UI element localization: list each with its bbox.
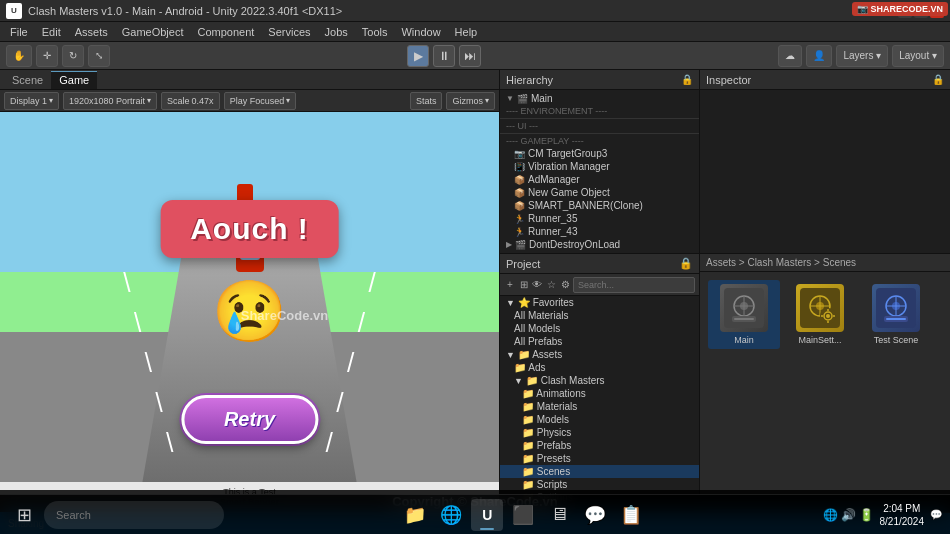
- hierarchy-item-runner43[interactable]: 🏃Runner_43: [500, 225, 699, 238]
- layout-btn[interactable]: Layout ▾: [892, 45, 944, 67]
- hierarchy-item-runner35[interactable]: 🏃Runner_35: [500, 212, 699, 225]
- hierarchy-content: ▼ 🎬 Main ---- ENVIRONEMENT ---- --- UI -…: [500, 90, 699, 253]
- stats-btn[interactable]: Stats: [410, 92, 443, 110]
- project-toolbar: + ⊞ 👁 ☆ ⚙: [500, 274, 699, 296]
- tree-physics[interactable]: 📁 Physics: [500, 426, 699, 439]
- taskbar-app-chat[interactable]: 💬: [579, 499, 611, 531]
- tree-assets[interactable]: ▼📁 Assets: [500, 348, 699, 361]
- menu-component[interactable]: Component: [191, 23, 260, 41]
- taskbar-app-explorer[interactable]: 📁: [399, 499, 431, 531]
- svg-point-14: [826, 314, 830, 318]
- move-btn[interactable]: ✛: [36, 45, 58, 67]
- scale-control[interactable]: Scale 0.47x: [161, 92, 220, 110]
- tree-all-materials[interactable]: All Materials: [500, 309, 699, 322]
- pause-button[interactable]: ⏸: [433, 45, 455, 67]
- menu-file[interactable]: File: [4, 23, 34, 41]
- taskbar-search-input[interactable]: [44, 501, 224, 529]
- project-title: Project: [506, 258, 540, 270]
- scene-tab[interactable]: Scene: [4, 71, 51, 89]
- project-gear-btn[interactable]: ⚙: [559, 277, 571, 293]
- hierarchy-item-banner[interactable]: 📦SMART_BANNER(Clone): [500, 199, 699, 212]
- tree-favorites[interactable]: ▼⭐ Favorites: [500, 296, 699, 309]
- scene-btn[interactable]: ✋: [6, 45, 32, 67]
- hierarchy-item-ad[interactable]: 📦AdManager: [500, 173, 699, 186]
- step-button[interactable]: ⏭: [459, 45, 481, 67]
- menu-help[interactable]: Help: [449, 23, 484, 41]
- hierarchy-item-newobj[interactable]: 📦New Game Object: [500, 186, 699, 199]
- account-btn[interactable]: 👤: [806, 45, 832, 67]
- title-left: U Clash Masters v1.0 - Main - Android - …: [6, 3, 342, 19]
- tree-animations[interactable]: 📁 Animations: [500, 387, 699, 400]
- tree-all-prefabs[interactable]: All Prefabs: [500, 335, 699, 348]
- collab-btn[interactable]: ☁: [778, 45, 802, 67]
- rotate-icon: ↻: [69, 50, 77, 61]
- aouch-text: Aouch !: [190, 212, 309, 245]
- asset-test-scene[interactable]: Test Scene: [860, 280, 932, 349]
- project-add-btn[interactable]: +: [504, 277, 516, 293]
- menu-services[interactable]: Services: [262, 23, 316, 41]
- hierarchy-item-dontdestroy[interactable]: ▶ 🎬 DontDestroyOnLoad: [500, 238, 699, 251]
- menu-assets[interactable]: Assets: [69, 23, 114, 41]
- inspector-content: [700, 90, 950, 253]
- hierarchy-lock[interactable]: 🔒: [681, 74, 693, 85]
- tree-scenes[interactable]: 📁 Scenes: [500, 465, 699, 478]
- tree-models[interactable]: 📁 Models: [500, 413, 699, 426]
- taskbar-app-browser[interactable]: 🌐: [435, 499, 467, 531]
- menu-bar: File Edit Assets GameObject Component Se…: [0, 22, 950, 42]
- main-scene-icon: [720, 284, 768, 332]
- project-lock[interactable]: 🔒: [679, 257, 693, 270]
- menu-tools[interactable]: Tools: [356, 23, 394, 41]
- resolution-selector[interactable]: 1920x1080 Portrait▾: [63, 92, 157, 110]
- asset-main-settings[interactable]: MainSett...: [784, 280, 856, 349]
- taskbar-app-vscode[interactable]: ⬛: [507, 499, 539, 531]
- tree-all-models[interactable]: All Models: [500, 322, 699, 335]
- play-focused-btn[interactable]: Play Focused▾: [224, 92, 297, 110]
- toolbar-right: ☁ 👤 Layers ▾ Layout ▾: [778, 45, 944, 67]
- inspector-lock[interactable]: 🔒: [932, 74, 944, 85]
- tree-ads[interactable]: 📁 Ads: [500, 361, 699, 374]
- play-button[interactable]: ▶: [407, 45, 429, 67]
- display-selector[interactable]: Display 1▾: [4, 92, 59, 110]
- menu-edit[interactable]: Edit: [36, 23, 67, 41]
- taskbar[interactable]: ⊞ 📁 🌐 U ⬛ 🖥 💬 📋 🌐 🔊 🔋 2:04 PM 8/21/2024 …: [0, 494, 950, 534]
- retry-button[interactable]: Retry: [181, 395, 318, 444]
- tree-prefabs[interactable]: 📁 Prefabs: [500, 439, 699, 452]
- project-header: Project 🔒: [500, 254, 699, 274]
- rotate-btn[interactable]: ↻: [62, 45, 84, 67]
- tree-clash-masters[interactable]: ▼📁 Clash Masters: [500, 374, 699, 387]
- left-panel: Scene Game Display 1▾ 1920x1080 Portrait…: [0, 70, 500, 512]
- menu-gameobject[interactable]: GameObject: [116, 23, 190, 41]
- main-area: Scene Game Display 1▾ 1920x1080 Portrait…: [0, 70, 950, 512]
- scale-btn[interactable]: ⤡: [88, 45, 110, 67]
- hierarchy-item-main[interactable]: ▼ 🎬 Main: [500, 92, 699, 105]
- menu-window[interactable]: Window: [395, 23, 446, 41]
- game-tab[interactable]: Game: [51, 71, 97, 89]
- assets-grid-panel: Assets > Clash Masters > Scenes: [700, 254, 950, 513]
- project-search-input[interactable]: [573, 277, 695, 293]
- hierarchy-item-cm[interactable]: 📷CM TargetGroup3: [500, 147, 699, 160]
- hierarchy-label: Main: [531, 93, 553, 104]
- aouch-banner: Aouch !: [160, 200, 339, 258]
- tree-materials[interactable]: 📁 Materials: [500, 400, 699, 413]
- taskbar-system-tray: 🌐 🔊 🔋 2:04 PM 8/21/2024 💬: [823, 502, 943, 528]
- sharecode-logo-text: 📷 SHARECODE.VN: [857, 4, 943, 14]
- notification-icon[interactable]: 💬: [930, 509, 942, 520]
- hierarchy-section-ui: --- UI ---: [500, 120, 699, 132]
- project-eye-btn[interactable]: 👁: [532, 277, 544, 293]
- hierarchy-item-vibration[interactable]: 📳Vibration Manager: [500, 160, 699, 173]
- project-star-btn[interactable]: ☆: [545, 277, 557, 293]
- taskbar-start-btn[interactable]: ⊞: [8, 499, 40, 531]
- asset-main-scene[interactable]: Main: [708, 280, 780, 349]
- scale-icon: ⤡: [95, 50, 103, 61]
- retry-text: Retry: [224, 408, 275, 430]
- taskbar-app-cmd[interactable]: 🖥: [543, 499, 575, 531]
- gizmos-btn[interactable]: Gizmos▾: [446, 92, 495, 110]
- inspector-title: Inspector: [706, 74, 751, 86]
- project-sort-btn[interactable]: ⊞: [518, 277, 530, 293]
- layers-btn[interactable]: Layers ▾: [836, 45, 888, 67]
- taskbar-app-unity[interactable]: U: [471, 499, 503, 531]
- menu-jobs[interactable]: Jobs: [319, 23, 354, 41]
- taskbar-app-teams[interactable]: 📋: [615, 499, 647, 531]
- taskbar-apps: 📁 🌐 U ⬛ 🖥 💬 📋: [228, 499, 819, 531]
- tree-presets[interactable]: 📁 Presets: [500, 452, 699, 465]
